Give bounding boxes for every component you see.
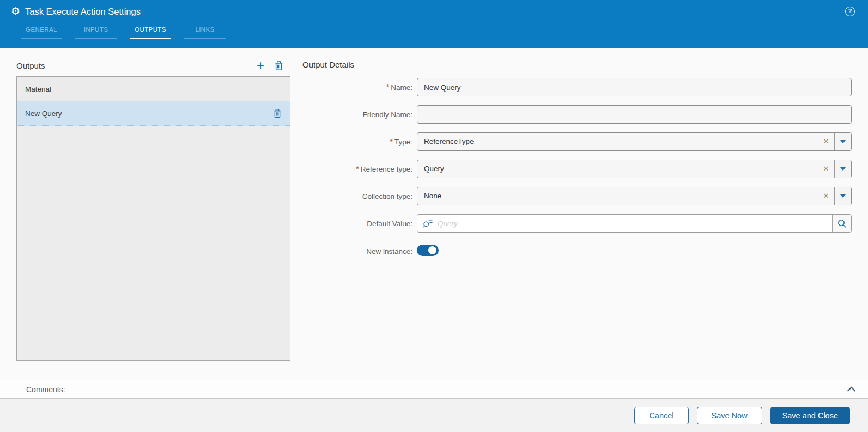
collection-type-combobox[interactable]: None ✕	[417, 187, 852, 205]
chevron-down-icon	[840, 167, 846, 171]
required-marker: *	[356, 165, 359, 173]
friendly-name-input[interactable]	[417, 105, 852, 124]
required-marker: *	[390, 137, 393, 146]
comments-label: Comments:	[26, 385, 65, 394]
type-value: ReferenceType	[417, 133, 818, 150]
save-and-close-button[interactable]: Save and Close	[770, 407, 850, 424]
dialog-header: ⚙ Task Execute Action Settings ? GENERAL…	[0, 0, 868, 48]
list-item-material[interactable]: Material	[17, 77, 290, 101]
outputs-panel-header: Outputs +	[16, 58, 290, 72]
default-value-input[interactable]	[433, 215, 832, 232]
reference-type-row: *Reference type: Query ✕	[302, 160, 852, 178]
chevron-up-icon	[847, 386, 856, 392]
default-value-label-text: Default Value:	[367, 220, 412, 228]
type-combobox[interactable]: ReferenceType ✕	[417, 132, 852, 151]
reference-type-value: Query	[417, 160, 818, 178]
tab-links[interactable]: LINKS	[184, 25, 226, 39]
toggle-knob	[428, 246, 436, 254]
search-button[interactable]	[832, 215, 851, 232]
save-now-button[interactable]: Save Now	[697, 407, 762, 424]
default-value-label: Default Value:	[302, 220, 412, 228]
dropdown-button[interactable]	[834, 133, 851, 150]
collection-type-label: Collection type:	[302, 192, 412, 200]
comments-bar: Comments:	[0, 380, 868, 399]
new-instance-toggle[interactable]	[417, 245, 439, 256]
new-instance-label: New instance:	[302, 247, 412, 255]
tab-bar: GENERAL INPUTS OUTPUTS LINKS	[21, 25, 239, 39]
name-label: *Name:	[302, 83, 412, 92]
help-icon[interactable]: ?	[845, 7, 855, 16]
outputs-list: Material New Query	[16, 76, 290, 361]
friendly-name-row: Friendly Name:	[302, 105, 852, 124]
clear-icon[interactable]: ✕	[818, 160, 834, 178]
friendly-name-label-text: Friendly Name:	[362, 111, 412, 119]
list-item-new-query[interactable]: New Query	[17, 101, 290, 126]
type-label: *Type:	[302, 137, 412, 146]
reference-type-label: *Reference type:	[302, 165, 412, 173]
clear-icon[interactable]: ✕	[818, 133, 834, 150]
chevron-down-icon	[840, 140, 846, 143]
dropdown-button[interactable]	[834, 160, 851, 178]
tab-general[interactable]: GENERAL	[21, 25, 62, 39]
add-output-button[interactable]: +	[257, 60, 264, 71]
delete-row-button[interactable]	[273, 108, 282, 118]
reference-type-label-text: Reference type:	[361, 165, 412, 173]
tab-inputs[interactable]: INPUTS	[75, 25, 117, 39]
footer-actions: Cancel Save Now Save and Close	[0, 399, 868, 432]
dropdown-button[interactable]	[834, 187, 851, 205]
default-value-row: Default Value:	[302, 214, 852, 233]
output-details-title: Output Details	[302, 60, 354, 69]
reference-type-combobox[interactable]: Query ✕	[417, 160, 852, 178]
new-instance-row: New instance:	[302, 245, 852, 258]
name-input[interactable]	[417, 78, 852, 96]
new-instance-label-text: New instance:	[366, 247, 412, 255]
friendly-name-label: Friendly Name:	[302, 111, 412, 119]
delete-output-button[interactable]	[274, 60, 283, 71]
list-item-label: New Query	[25, 109, 62, 118]
tab-outputs[interactable]: OUTPUTS	[130, 25, 171, 39]
trash-icon	[273, 108, 282, 118]
gear-icon: ⚙	[11, 6, 20, 17]
title-bar: ⚙ Task Execute Action Settings	[0, 0, 868, 17]
chevron-down-icon	[840, 194, 846, 198]
collection-type-value: None	[417, 187, 818, 205]
list-item-label: Material	[25, 85, 51, 93]
plus-icon: +	[257, 60, 264, 71]
cancel-button[interactable]: Cancel	[634, 407, 688, 424]
name-row: *Name:	[302, 78, 852, 96]
query-filter-icon	[423, 219, 433, 228]
comments-collapse-button[interactable]	[847, 386, 856, 392]
search-icon	[837, 219, 847, 228]
outputs-panel-title: Outputs	[16, 61, 45, 70]
type-row: *Type: ReferenceType ✕	[302, 132, 852, 151]
default-value-picker[interactable]	[417, 214, 852, 233]
type-label-text: Type:	[394, 138, 412, 146]
clear-icon[interactable]: ✕	[818, 187, 834, 205]
name-label-text: Name:	[391, 83, 412, 92]
required-marker: *	[386, 83, 389, 92]
trash-icon	[274, 60, 283, 71]
collection-type-label-text: Collection type:	[362, 192, 412, 200]
collection-type-row: Collection type: None ✕	[302, 187, 852, 205]
page-title: Task Execute Action Settings	[25, 7, 141, 17]
output-details-form: *Name: Friendly Name: *Type: ReferenceTy…	[302, 78, 852, 258]
